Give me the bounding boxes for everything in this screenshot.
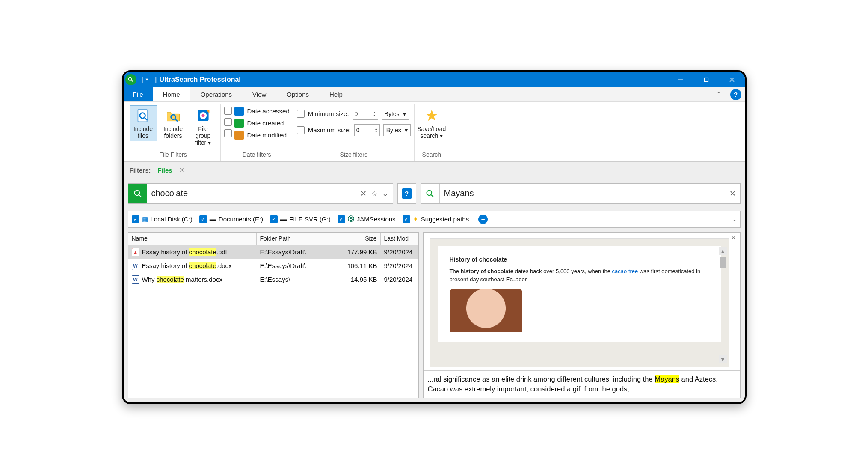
- highlighted-match: Mayans: [655, 375, 679, 383]
- svg-rect-3: [704, 78, 708, 81]
- checkbox-checked-icon[interactable]: ✓: [199, 215, 207, 223]
- clear-search-icon[interactable]: ✕: [360, 189, 367, 198]
- checkbox-checked-icon[interactable]: ✓: [270, 215, 278, 223]
- drives-dropdown-icon[interactable]: ⌄: [732, 216, 737, 222]
- filters-label: Filters:: [130, 167, 151, 174]
- file-menu[interactable]: File: [124, 87, 153, 101]
- svg-point-16: [427, 190, 432, 195]
- preview-document[interactable]: ▲ ▼ History of chocolate The history of …: [430, 238, 729, 367]
- help-button[interactable]: ?: [730, 89, 741, 100]
- max-size-input[interactable]: 0▲▼: [354, 124, 380, 136]
- checkbox-checked-icon[interactable]: ✓: [338, 215, 345, 223]
- ribbon: Include files Include folders File group…: [124, 102, 745, 162]
- include-files-button[interactable]: Include files: [130, 105, 157, 141]
- date-accessed-checkbox[interactable]: [224, 107, 232, 115]
- scrollbar-thumb[interactable]: [720, 257, 726, 268]
- qat-dropdown-icon[interactable]: ▾: [146, 77, 148, 82]
- star-icon: ★: [424, 107, 440, 124]
- query-help-button[interactable]: ?: [397, 183, 416, 204]
- include-folders-button[interactable]: Include folders: [160, 105, 187, 141]
- date-modified-label: Date modified: [247, 131, 287, 139]
- tab-home[interactable]: Home: [153, 87, 190, 101]
- content-search-input[interactable]: [440, 184, 725, 203]
- column-size[interactable]: Size: [338, 233, 381, 245]
- date-filters-label: Date filters: [243, 149, 271, 161]
- calendar-icon: [234, 107, 244, 116]
- last-modified: 9/20/2024: [381, 248, 418, 256]
- scroll-down-icon[interactable]: ▼: [719, 355, 727, 363]
- svg-point-14: [134, 190, 139, 195]
- result-row[interactable]: WEssay history of chocolate.docxE:\Essay…: [128, 259, 418, 273]
- scroll-up-icon[interactable]: ▲: [719, 247, 727, 255]
- sharepoint-icon: Ⓢ: [348, 215, 354, 223]
- min-size-checkbox[interactable]: [297, 110, 305, 118]
- checkbox-checked-icon[interactable]: ✓: [132, 215, 139, 223]
- file-group-filter-button[interactable]: File group filter ▾: [190, 105, 217, 148]
- save-load-search-button[interactable]: ★ Save/Load search ▾: [418, 105, 445, 141]
- min-size-unit-select[interactable]: Bytes▾: [382, 108, 409, 120]
- date-created-checkbox[interactable]: [224, 118, 232, 126]
- include-files-label: Include files: [131, 125, 156, 139]
- file-name: Why chocolate matters.docx: [142, 276, 222, 283]
- tab-operations[interactable]: Operations: [190, 87, 242, 101]
- min-size-input[interactable]: 0▲▼: [353, 108, 378, 120]
- sparkle-icon: ✦: [413, 215, 418, 223]
- content-search-icon[interactable]: [421, 184, 440, 203]
- svg-point-0: [129, 78, 132, 81]
- search-group-label: Search: [422, 149, 441, 161]
- date-modified-checkbox[interactable]: [224, 129, 232, 137]
- column-path[interactable]: Folder Path: [257, 233, 338, 245]
- favorite-search-icon[interactable]: ☆: [371, 189, 378, 198]
- calendar-icon: [234, 131, 244, 140]
- svg-point-13: [201, 114, 204, 117]
- include-folders-label: Include folders: [161, 125, 186, 139]
- tab-help[interactable]: Help: [319, 87, 353, 101]
- drive-filesvr-g[interactable]: ✓ ▬ FILE SVR (G:): [270, 215, 331, 223]
- save-load-search-label: Save/Load search ▾: [417, 125, 446, 139]
- preview-panel: ✕ ▲ ▼ History of chocolate The history o…: [423, 232, 741, 398]
- tab-options[interactable]: Options: [276, 87, 319, 101]
- checkbox-checked-icon[interactable]: ✓: [403, 215, 410, 223]
- content-search-box: ✕: [421, 183, 741, 204]
- file-name: Essay history of chocolate.pdf: [142, 248, 227, 256]
- result-row[interactable]: WWhy chocolate matters.docxE:\Essays\14.…: [128, 273, 418, 286]
- column-date[interactable]: Last Mod: [381, 233, 418, 245]
- folder-path: E:\Essays\: [257, 276, 338, 283]
- folder-path: E:\Essays\Draft\: [257, 248, 338, 256]
- drive-suggested-paths[interactable]: ✓ ✦ Suggested paths: [403, 215, 469, 223]
- filter-chip-files[interactable]: Files: [158, 167, 172, 174]
- file-search-input[interactable]: [147, 184, 356, 203]
- drive-documents-e[interactable]: ✓ ▬ Documents (E:): [199, 215, 263, 223]
- column-name[interactable]: Name: [128, 233, 257, 245]
- preview-paragraph: The history of chocolate dates back over…: [450, 267, 709, 284]
- max-size-unit-select[interactable]: Bytes▾: [383, 124, 411, 136]
- file-size: 106.11 KB: [338, 262, 381, 269]
- search-dropdown-icon[interactable]: ⌄: [382, 189, 388, 198]
- docx-file-icon: W: [132, 275, 139, 284]
- pdf-file-icon: ▲: [132, 248, 139, 256]
- file-group-icon: [195, 107, 211, 124]
- max-size-label: Maximum size:: [308, 126, 351, 134]
- cacao-tree-link[interactable]: cacao tree: [612, 268, 638, 274]
- maximize-button[interactable]: [693, 72, 719, 87]
- max-size-checkbox[interactable]: [297, 126, 305, 134]
- close-button[interactable]: [719, 72, 745, 87]
- drive-local-c[interactable]: ✓ ▦ Local Disk (C:): [132, 215, 193, 223]
- qat-separator: |: [142, 76, 143, 83]
- close-preview-icon[interactable]: ✕: [730, 234, 738, 242]
- remove-filter-icon[interactable]: ✕: [179, 167, 184, 173]
- date-accessed-label: Date accessed: [247, 107, 290, 115]
- collapse-ribbon-icon[interactable]: ⌃: [711, 87, 727, 101]
- file-size: 177.99 KB: [338, 248, 381, 256]
- minimize-button[interactable]: [668, 72, 693, 87]
- drive-jamsessions[interactable]: ✓ Ⓢ JAMSessions: [338, 215, 396, 223]
- add-location-button[interactable]: +: [478, 215, 488, 224]
- result-row[interactable]: ▲Essay history of chocolate.pdfE:\Essays…: [128, 245, 418, 259]
- search-icon[interactable]: [128, 184, 147, 203]
- filters-bar: Filters: Files ✕: [124, 162, 745, 179]
- tab-view[interactable]: View: [242, 87, 276, 101]
- folder-path: E:\Essays\Draft\: [257, 262, 338, 269]
- results-header: Name Folder Path Size Last Mod: [128, 233, 418, 245]
- file-name: Essay history of chocolate.docx: [142, 262, 232, 269]
- clear-content-search-icon[interactable]: ✕: [729, 189, 736, 198]
